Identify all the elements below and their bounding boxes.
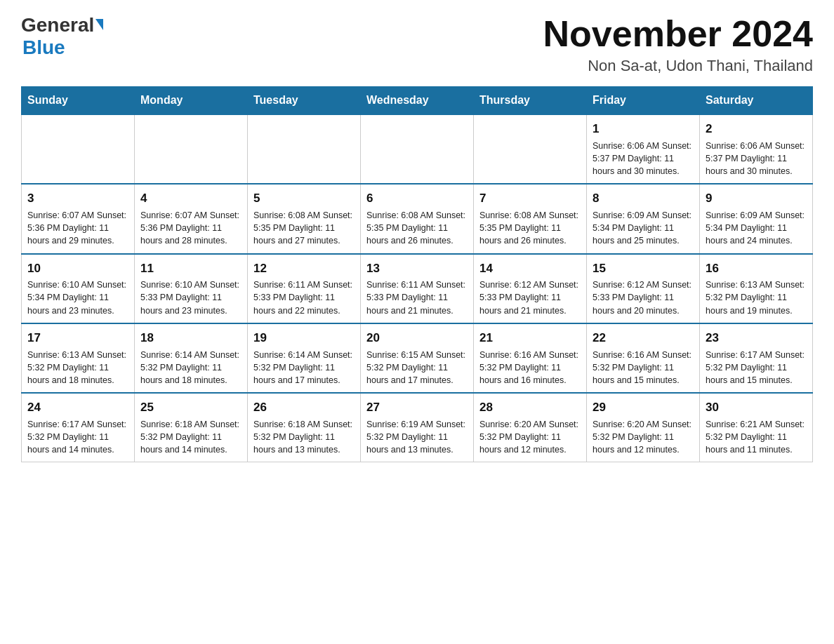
calendar-cell: 2Sunrise: 6:06 AM Sunset: 5:37 PM Daylig… — [700, 114, 813, 184]
calendar-cell: 17Sunrise: 6:13 AM Sunset: 5:32 PM Dayli… — [22, 323, 135, 393]
calendar-table: SundayMondayTuesdayWednesdayThursdayFrid… — [21, 86, 813, 462]
month-title: November 2024 — [543, 14, 813, 54]
logo-arrow-icon — [95, 19, 103, 30]
day-number: 27 — [366, 399, 468, 416]
day-info: Sunrise: 6:08 AM Sunset: 5:35 PM Dayligh… — [253, 209, 355, 247]
calendar-week-row: 17Sunrise: 6:13 AM Sunset: 5:32 PM Dayli… — [22, 323, 813, 393]
calendar-cell: 22Sunrise: 6:16 AM Sunset: 5:32 PM Dayli… — [587, 323, 700, 393]
calendar-cell: 13Sunrise: 6:11 AM Sunset: 5:33 PM Dayli… — [361, 254, 474, 323]
calendar-cell: 16Sunrise: 6:13 AM Sunset: 5:32 PM Dayli… — [700, 254, 813, 323]
day-number: 3 — [27, 190, 128, 207]
day-info: Sunrise: 6:17 AM Sunset: 5:32 PM Dayligh… — [27, 418, 128, 456]
day-info: Sunrise: 6:21 AM Sunset: 5:32 PM Dayligh… — [706, 418, 807, 456]
day-number: 11 — [140, 260, 241, 277]
day-number: 21 — [479, 330, 581, 347]
day-info: Sunrise: 6:10 AM Sunset: 5:34 PM Dayligh… — [27, 279, 128, 316]
day-number: 13 — [366, 260, 468, 277]
day-info: Sunrise: 6:19 AM Sunset: 5:32 PM Dayligh… — [366, 418, 468, 456]
calendar-cell: 1Sunrise: 6:06 AM Sunset: 5:37 PM Daylig… — [587, 114, 700, 184]
calendar-cell — [474, 114, 587, 184]
day-info: Sunrise: 6:18 AM Sunset: 5:32 PM Dayligh… — [140, 418, 241, 456]
day-number: 30 — [706, 399, 807, 416]
calendar-cell: 7Sunrise: 6:08 AM Sunset: 5:35 PM Daylig… — [474, 184, 587, 253]
calendar-cell: 30Sunrise: 6:21 AM Sunset: 5:32 PM Dayli… — [700, 393, 813, 462]
day-number: 14 — [479, 260, 581, 277]
calendar-cell — [248, 114, 361, 184]
calendar-cell: 15Sunrise: 6:12 AM Sunset: 5:33 PM Dayli… — [587, 254, 700, 323]
title-block: November 2024 Non Sa-at, Udon Thani, Tha… — [543, 14, 813, 75]
day-number: 10 — [27, 260, 128, 277]
day-number: 19 — [253, 330, 355, 347]
day-number: 7 — [479, 190, 581, 207]
calendar-cell: 21Sunrise: 6:16 AM Sunset: 5:32 PM Dayli… — [474, 323, 587, 393]
day-number: 12 — [253, 260, 355, 277]
day-info: Sunrise: 6:20 AM Sunset: 5:32 PM Dayligh… — [593, 418, 694, 456]
calendar-week-row: 10Sunrise: 6:10 AM Sunset: 5:34 PM Dayli… — [22, 254, 813, 323]
day-number: 5 — [253, 190, 355, 207]
day-info: Sunrise: 6:11 AM Sunset: 5:33 PM Dayligh… — [366, 279, 468, 316]
calendar-week-row: 3Sunrise: 6:07 AM Sunset: 5:36 PM Daylig… — [22, 184, 813, 253]
day-info: Sunrise: 6:07 AM Sunset: 5:36 PM Dayligh… — [140, 209, 241, 247]
day-info: Sunrise: 6:17 AM Sunset: 5:32 PM Dayligh… — [706, 349, 807, 387]
day-info: Sunrise: 6:18 AM Sunset: 5:32 PM Dayligh… — [253, 418, 355, 456]
day-number: 25 — [140, 399, 241, 416]
day-number: 20 — [366, 330, 468, 347]
logo-general-text: General — [21, 14, 94, 36]
day-number: 6 — [366, 190, 468, 207]
calendar-cell: 6Sunrise: 6:08 AM Sunset: 5:35 PM Daylig… — [361, 184, 474, 253]
calendar-cell: 20Sunrise: 6:15 AM Sunset: 5:32 PM Dayli… — [361, 323, 474, 393]
calendar-cell: 3Sunrise: 6:07 AM Sunset: 5:36 PM Daylig… — [22, 184, 135, 253]
page-header: General Blue November 2024 Non Sa-at, Ud… — [21, 14, 813, 75]
day-info: Sunrise: 6:06 AM Sunset: 5:37 PM Dayligh… — [593, 140, 694, 177]
day-info: Sunrise: 6:07 AM Sunset: 5:36 PM Dayligh… — [27, 209, 128, 247]
calendar-day-header: Sunday — [22, 87, 135, 115]
calendar-cell: 5Sunrise: 6:08 AM Sunset: 5:35 PM Daylig… — [248, 184, 361, 253]
day-info: Sunrise: 6:10 AM Sunset: 5:33 PM Dayligh… — [140, 279, 241, 316]
calendar-week-row: 1Sunrise: 6:06 AM Sunset: 5:37 PM Daylig… — [22, 114, 813, 184]
calendar-week-row: 24Sunrise: 6:17 AM Sunset: 5:32 PM Dayli… — [22, 393, 813, 462]
day-number: 18 — [140, 330, 241, 347]
calendar-cell — [22, 114, 135, 184]
calendar-cell: 24Sunrise: 6:17 AM Sunset: 5:32 PM Dayli… — [22, 393, 135, 462]
day-number: 24 — [27, 399, 128, 416]
calendar-cell: 9Sunrise: 6:09 AM Sunset: 5:34 PM Daylig… — [700, 184, 813, 253]
day-info: Sunrise: 6:08 AM Sunset: 5:35 PM Dayligh… — [479, 209, 581, 247]
logo-blue-text: Blue — [22, 36, 65, 58]
calendar-cell: 29Sunrise: 6:20 AM Sunset: 5:32 PM Dayli… — [587, 393, 700, 462]
calendar-cell — [361, 114, 474, 184]
day-info: Sunrise: 6:08 AM Sunset: 5:35 PM Dayligh… — [366, 209, 468, 247]
calendar-day-header: Saturday — [700, 87, 813, 115]
day-info: Sunrise: 6:13 AM Sunset: 5:32 PM Dayligh… — [706, 279, 807, 316]
day-info: Sunrise: 6:14 AM Sunset: 5:32 PM Dayligh… — [140, 349, 241, 387]
calendar-cell: 25Sunrise: 6:18 AM Sunset: 5:32 PM Dayli… — [135, 393, 248, 462]
day-info: Sunrise: 6:12 AM Sunset: 5:33 PM Dayligh… — [593, 279, 694, 316]
calendar-day-header: Monday — [135, 87, 248, 115]
calendar-header-row: SundayMondayTuesdayWednesdayThursdayFrid… — [22, 87, 813, 115]
calendar-cell: 11Sunrise: 6:10 AM Sunset: 5:33 PM Dayli… — [135, 254, 248, 323]
day-info: Sunrise: 6:16 AM Sunset: 5:32 PM Dayligh… — [593, 349, 694, 387]
day-info: Sunrise: 6:12 AM Sunset: 5:33 PM Dayligh… — [479, 279, 581, 316]
day-number: 22 — [593, 330, 694, 347]
day-info: Sunrise: 6:11 AM Sunset: 5:33 PM Dayligh… — [253, 279, 355, 316]
calendar-cell: 14Sunrise: 6:12 AM Sunset: 5:33 PM Dayli… — [474, 254, 587, 323]
calendar-cell: 19Sunrise: 6:14 AM Sunset: 5:32 PM Dayli… — [248, 323, 361, 393]
logo: General Blue — [21, 14, 103, 59]
calendar-day-header: Tuesday — [248, 87, 361, 115]
day-info: Sunrise: 6:06 AM Sunset: 5:37 PM Dayligh… — [706, 140, 807, 177]
location-subtitle: Non Sa-at, Udon Thani, Thailand — [543, 57, 813, 75]
calendar-cell: 4Sunrise: 6:07 AM Sunset: 5:36 PM Daylig… — [135, 184, 248, 253]
day-info: Sunrise: 6:20 AM Sunset: 5:32 PM Dayligh… — [479, 418, 581, 456]
calendar-cell: 23Sunrise: 6:17 AM Sunset: 5:32 PM Dayli… — [700, 323, 813, 393]
day-info: Sunrise: 6:09 AM Sunset: 5:34 PM Dayligh… — [593, 209, 694, 247]
day-info: Sunrise: 6:09 AM Sunset: 5:34 PM Dayligh… — [706, 209, 807, 247]
day-number: 15 — [593, 260, 694, 277]
calendar-day-header: Thursday — [474, 87, 587, 115]
day-info: Sunrise: 6:13 AM Sunset: 5:32 PM Dayligh… — [27, 349, 128, 387]
day-number: 29 — [593, 399, 694, 416]
day-info: Sunrise: 6:14 AM Sunset: 5:32 PM Dayligh… — [253, 349, 355, 387]
day-number: 28 — [479, 399, 581, 416]
day-number: 16 — [706, 260, 807, 277]
day-number: 9 — [706, 190, 807, 207]
calendar-cell: 28Sunrise: 6:20 AM Sunset: 5:32 PM Dayli… — [474, 393, 587, 462]
calendar-cell: 18Sunrise: 6:14 AM Sunset: 5:32 PM Dayli… — [135, 323, 248, 393]
